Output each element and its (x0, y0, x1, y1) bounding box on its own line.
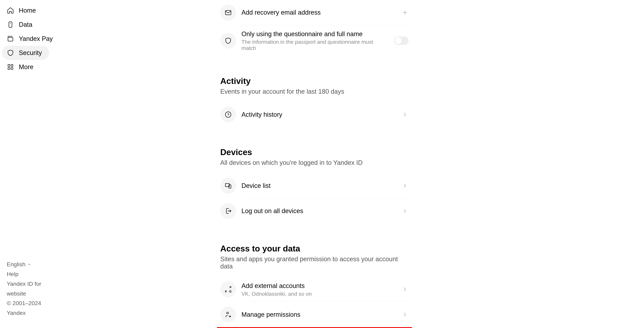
sidebar-item-label: Home (19, 7, 36, 14)
row-title: Add external accounts (242, 282, 396, 290)
access-section: Access to your data Sites and apps you g… (220, 244, 408, 328)
svg-rect-7 (226, 10, 231, 15)
section-subheading: All devices on which you're logged in to… (220, 159, 408, 166)
row-content: Log out on all devices (242, 207, 396, 215)
device-list-row[interactable]: Device list (220, 173, 408, 198)
row-content: Add recovery email address (242, 8, 396, 17)
nav-list: Home Data Yandex Pay Security More (2, 3, 58, 74)
sidebar-item-data[interactable]: Data (2, 18, 49, 32)
row-subtitle: The information in the passport and ques… (242, 39, 389, 51)
row-title: Device list (242, 182, 396, 190)
devices-icon (220, 178, 236, 194)
logout-icon (220, 203, 236, 219)
sidebar-item-label: Yandex Pay (19, 35, 53, 42)
activity-history-row[interactable]: Activity history (220, 102, 408, 127)
svg-rect-3 (8, 64, 10, 66)
sidebar-item-label: Data (19, 21, 32, 28)
chevron-right-icon (401, 286, 408, 293)
chevron-right-icon (401, 111, 408, 118)
app-passwords-highlight: App passwords (217, 327, 412, 328)
plus-icon[interactable] (401, 9, 408, 16)
sidebar-item-yandex-pay[interactable]: Yandex Pay (2, 32, 58, 46)
row-subtitle: VK, Odnoklassniki, and so on (242, 291, 396, 297)
sidebar: Home Data Yandex Pay Security More (0, 0, 60, 328)
svg-rect-0 (9, 22, 12, 28)
chevron-down-icon (27, 260, 31, 269)
sidebar-item-label: More (19, 64, 34, 71)
questionnaire-row[interactable]: Only using the questionnaire and full na… (220, 25, 408, 56)
row-title: Only using the questionnaire and full na… (242, 30, 389, 38)
chevron-right-icon (401, 182, 408, 190)
manage-permissions-row[interactable]: Manage permissions (220, 302, 408, 327)
svg-point-1 (10, 23, 11, 24)
language-label: English (7, 260, 26, 269)
clock-icon (220, 107, 236, 122)
section-heading: Devices (220, 147, 408, 157)
row-content: Activity history (242, 110, 396, 119)
data-icon (7, 21, 14, 28)
svg-rect-4 (11, 64, 13, 66)
chevron-right-icon (401, 207, 408, 215)
shield-icon (7, 49, 14, 56)
sidebar-item-security[interactable]: Security (2, 46, 49, 60)
sidebar-item-more[interactable]: More (2, 60, 49, 74)
questionnaire-toggle[interactable] (394, 36, 408, 45)
svg-rect-6 (11, 68, 13, 70)
add-recovery-email-row[interactable]: Add recovery email address (220, 0, 408, 25)
row-content: Add external accounts VK, Odnoklassniki,… (242, 282, 396, 297)
main-content: Add recovery email address Only using th… (220, 0, 408, 328)
activity-section: Activity Events in your account for the … (220, 76, 408, 127)
sidebar-item-label: Security (19, 49, 42, 56)
shield-icon (220, 33, 236, 48)
svg-point-11 (227, 312, 228, 314)
copyright-text: © 2001–2024 Yandex (7, 298, 54, 318)
wallet-icon (7, 35, 14, 42)
section-subheading: Sites and apps you granted permission to… (220, 256, 408, 270)
chevron-right-icon (401, 311, 408, 318)
help-link[interactable]: Help (7, 269, 54, 279)
add-external-accounts-row[interactable]: ✕ಠG Add external accounts VK, Odnoklassn… (220, 277, 408, 302)
row-title: Add recovery email address (242, 8, 396, 17)
social-accounts-icon: ✕ಠG (220, 282, 236, 297)
row-content: Device list (242, 182, 396, 190)
svg-rect-2 (8, 38, 13, 41)
row-title: Log out on all devices (242, 207, 396, 215)
sidebar-footer: English Help Yandex ID for website © 200… (2, 260, 58, 325)
person-share-icon (220, 307, 236, 322)
section-subheading: Events in your account for the last 180 … (220, 88, 408, 95)
row-content: Manage permissions (242, 310, 396, 319)
row-content: Only using the questionnaire and full na… (242, 30, 389, 51)
mail-icon (220, 5, 236, 20)
logout-all-row[interactable]: Log out on all devices (220, 198, 408, 224)
svg-rect-5 (8, 68, 10, 70)
row-title: Manage permissions (242, 310, 396, 319)
home-icon (7, 7, 14, 14)
section-heading: Activity (220, 76, 408, 86)
section-heading: Access to your data (220, 244, 408, 254)
yandex-id-website-link[interactable]: Yandex ID for website (7, 279, 54, 298)
sidebar-item-home[interactable]: Home (2, 3, 49, 18)
language-selector[interactable]: English (7, 260, 54, 269)
toggle-knob (395, 37, 402, 44)
grid-icon (7, 63, 14, 71)
row-title: Activity history (242, 110, 396, 119)
devices-section: Devices All devices on which you're logg… (220, 147, 408, 224)
